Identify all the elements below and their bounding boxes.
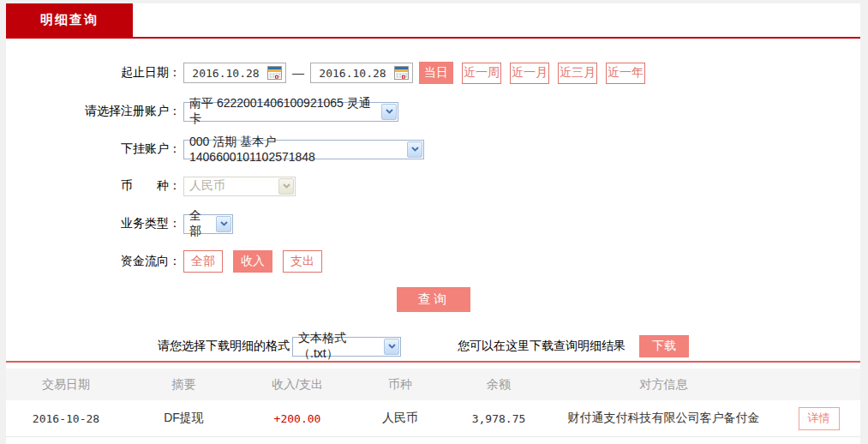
tab-underline (6, 37, 860, 39)
business-type-label: 业务类型： (6, 216, 181, 231)
fund-flow-label: 资金流向： (6, 254, 181, 269)
chevron-down-icon[interactable] (381, 104, 397, 120)
chevron-down-icon[interactable] (407, 141, 422, 158)
quick-range-quarter-button[interactable]: 近三月 (558, 63, 597, 84)
calendar-icon[interactable] (394, 65, 410, 81)
detail-query-page: { "tab": { "label": "明细查询" }, "form": { … (0, 0, 868, 444)
table-top-separator (6, 361, 860, 363)
cell-action: 详情 (777, 407, 860, 430)
fund-flow-row: 资金流向： 全部 收入 支出 (6, 250, 860, 273)
cell-counterparty: 财付通支付科技有限公司客户备付金 (550, 411, 777, 426)
download-format-label: 请您选择下载明细的格式 (158, 339, 290, 354)
end-date-value[interactable]: 2016.10.28 (311, 67, 394, 80)
start-date-value[interactable]: 2016.10.28 (184, 67, 267, 80)
detail-button[interactable]: 详情 (799, 407, 840, 430)
calendar-icon[interactable] (267, 65, 284, 81)
download-button[interactable]: 下载 (639, 335, 689, 357)
fund-flow-expense-button[interactable]: 支出 (283, 250, 322, 273)
currency-value: 人民币 (189, 178, 225, 194)
sub-account-value: 000 活期 基本户 1406600101102571848 (189, 135, 403, 164)
table-row: 2016-10-28 DF提现 +200.00 人民币 3,978.75 财付通… (6, 400, 860, 437)
currency-label: 币 种： (6, 178, 181, 194)
fund-flow-income-button[interactable]: 收入 (233, 250, 272, 273)
business-type-row: 业务类型： 全部 (6, 213, 860, 235)
register-account-row: 请选择注册账户： 南平 6222001406100921065 灵通卡 (6, 100, 860, 123)
column-header-balance: 余额 (447, 377, 550, 393)
tab-detail-query[interactable]: 明细查询 (6, 3, 133, 37)
date-range-separator: — (292, 66, 304, 80)
cell-currency: 人民币 (353, 411, 447, 426)
quick-range-today-button[interactable]: 当日 (419, 62, 453, 84)
sub-account-label: 下挂账户： (6, 141, 181, 157)
date-range-label: 起止日期： (6, 65, 181, 81)
download-row: 请您选择下载明细的格式 文本格式（.txt） 您可以在这里下载查询明细结果 下载 (6, 335, 860, 357)
content-panel: 明细查询 起止日期： 2016.10.28 (6, 3, 860, 444)
fund-flow-all-button[interactable]: 全部 (183, 250, 223, 273)
column-header-counterparty: 对方信息 (550, 377, 777, 393)
date-range-row: 起止日期： 2016.10.28 — (6, 62, 860, 84)
currency-row: 币 种： 人民币 (6, 175, 860, 197)
download-format-select[interactable]: 文本格式（.txt） (292, 337, 401, 357)
currency-select: 人民币 (183, 177, 296, 196)
quick-range-week-button[interactable]: 近一周 (462, 63, 501, 84)
cell-transaction-date: 2016-10-28 (6, 412, 126, 425)
cell-balance: 3,978.75 (447, 412, 550, 425)
query-button[interactable]: 查询 (397, 287, 470, 312)
column-header-currency: 币种 (353, 377, 447, 393)
chevron-down-icon[interactable] (384, 339, 399, 355)
start-date-field[interactable]: 2016.10.28 (183, 63, 286, 83)
business-type-select[interactable]: 全部 (183, 214, 233, 234)
download-format-value: 文本格式（.txt） (298, 331, 380, 362)
column-header-summary: 摘要 (126, 377, 242, 393)
table-header-row: 交易日期 摘要 收入/支出 币种 余额 对方信息 (6, 369, 860, 400)
register-account-value: 南平 6222001406100921065 灵通卡 (189, 96, 377, 127)
column-header-amount: 收入/支出 (242, 377, 353, 393)
business-type-value: 全部 (189, 208, 212, 239)
register-account-label: 请选择注册账户： (6, 104, 181, 119)
end-date-field[interactable]: 2016.10.28 (310, 63, 413, 83)
quick-range-month-button[interactable]: 近一月 (510, 63, 549, 84)
sub-account-select[interactable]: 000 活期 基本户 1406600101102571848 (183, 140, 424, 159)
cell-summary: DF提现 (126, 411, 242, 426)
quick-range-year-button[interactable]: 近一年 (606, 63, 645, 84)
sub-account-row: 下挂账户： 000 活期 基本户 1406600101102571848 (6, 138, 860, 160)
column-header-date: 交易日期 (6, 377, 126, 393)
chevron-down-icon (278, 178, 294, 195)
download-hint-label: 您可以在这里下载查询明细结果 (458, 339, 626, 354)
chevron-down-icon[interactable] (216, 216, 231, 232)
cell-amount: +200.00 (242, 412, 353, 425)
register-account-select[interactable]: 南平 6222001406100921065 灵通卡 (183, 102, 398, 122)
